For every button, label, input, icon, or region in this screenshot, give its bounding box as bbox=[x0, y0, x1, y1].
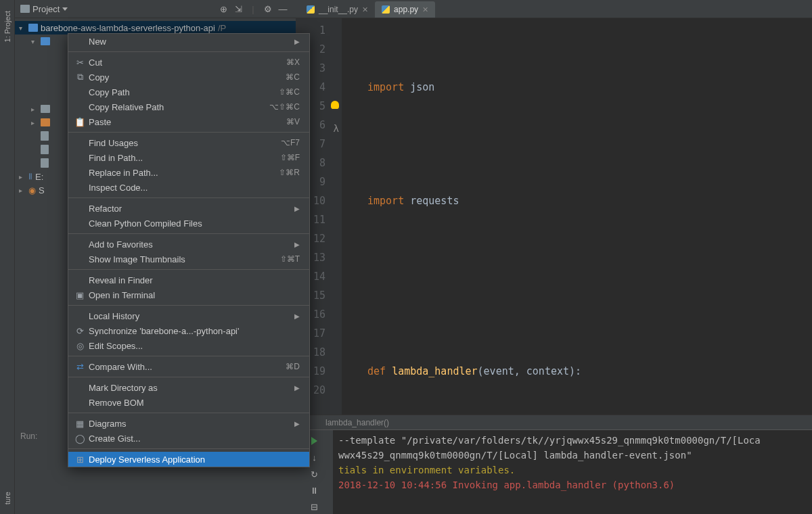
clipboard-icon: 📋 bbox=[74, 117, 86, 127]
menu-new[interactable]: New▶ bbox=[68, 34, 309, 49]
settings-divider: | bbox=[246, 1, 261, 16]
caret-down-icon: ▾ bbox=[19, 24, 26, 32]
run-label: Run: bbox=[20, 431, 37, 441]
scissors-icon: ✂ bbox=[74, 57, 86, 68]
terminal-icon: ▣ bbox=[74, 290, 86, 300]
caret-right-icon: ▸ bbox=[19, 187, 26, 194]
menu-refactor[interactable]: Refactor▶ bbox=[68, 201, 309, 216]
github-icon: ◯ bbox=[74, 434, 86, 444]
menu-synchronize[interactable]: ⟳Synchronize 'barebone-a...-python-api' bbox=[68, 323, 309, 338]
menu-local-history[interactable]: Local History▶ bbox=[68, 308, 309, 323]
run-output[interactable]: --template "/private/var/folders/tk//yrj… bbox=[333, 430, 812, 514]
folder-icon bbox=[20, 5, 30, 13]
menu-clean-python[interactable]: Clean Python Compiled Files bbox=[68, 216, 309, 231]
structure-tool-tab[interactable]: ture bbox=[2, 488, 13, 509]
caret-right-icon: ▸ bbox=[19, 173, 26, 181]
menu-mark-directory[interactable]: Mark Directory as▶ bbox=[68, 380, 309, 395]
tree-label: E: bbox=[35, 172, 43, 182]
menu-open-terminal[interactable]: ▣Open in Terminal bbox=[68, 287, 309, 302]
tab-label: app.py bbox=[394, 5, 418, 14]
menu-copy[interactable]: ⧉Copy⌘C bbox=[68, 70, 309, 85]
project-header: Project ⊕ ⇲ | ⚙ — bbox=[15, 0, 296, 18]
menu-compare-with[interactable]: ⇄Compare With...⌘D bbox=[68, 359, 309, 374]
python-icon bbox=[307, 5, 315, 14]
tab-init[interactable]: __init__.py✕ bbox=[300, 1, 375, 18]
copy-icon: ⧉ bbox=[74, 72, 86, 83]
menu-show-thumbnails[interactable]: Show Image Thumbnails⇧⌘T bbox=[68, 252, 309, 266]
menu-edit-scopes[interactable]: ◎Edit Scopes... bbox=[68, 338, 309, 353]
collapse-icon[interactable]: ⇲ bbox=[231, 1, 246, 16]
pause-button[interactable]: ⏸ bbox=[307, 484, 322, 497]
project-view-selector[interactable]: Project bbox=[20, 4, 68, 14]
menu-inspect-code[interactable]: Inspect Code... bbox=[68, 180, 309, 195]
python-icon bbox=[382, 5, 390, 14]
caret-right-icon: ▸ bbox=[31, 119, 38, 126]
diagram-icon: ▦ bbox=[74, 419, 86, 429]
folder-icon bbox=[41, 37, 50, 45]
menu-diagrams[interactable]: ▦Diagrams▶ bbox=[68, 416, 309, 431]
chevron-down-icon bbox=[62, 7, 68, 11]
project-header-title: Project bbox=[32, 4, 60, 14]
lambda-icon[interactable]: λ bbox=[334, 119, 339, 138]
file-icon bbox=[41, 158, 49, 168]
hide-icon[interactable]: — bbox=[275, 1, 290, 16]
menu-add-favorites[interactable]: Add to Favorites▶ bbox=[68, 237, 309, 252]
menu-find-in-path[interactable]: Find in Path...⇧⌘F bbox=[68, 150, 309, 165]
deploy-icon: ⊞ bbox=[74, 454, 86, 465]
folder-icon bbox=[28, 24, 38, 32]
tree-root[interactable]: ▾ barebone-aws-lambda-serverless-python-… bbox=[15, 21, 296, 34]
menu-create-gist[interactable]: ◯Create Gist... bbox=[68, 431, 309, 446]
menu-copy-path[interactable]: Copy Path⇧⌘C bbox=[68, 85, 309, 99]
editor-tabs: __init__.py✕ app.py✕ bbox=[296, 0, 812, 18]
caret-right-icon: ▸ bbox=[31, 106, 38, 113]
close-icon[interactable]: ✕ bbox=[422, 5, 428, 14]
caret-down-icon: ▾ bbox=[31, 38, 38, 45]
folder-icon bbox=[41, 118, 50, 126]
menu-copy-rel-path[interactable]: Copy Relative Path⌥⇧⌘C bbox=[68, 99, 309, 114]
left-rail: 1: Project ture bbox=[0, 0, 15, 514]
run-panel: ↓ ↻ ⏸ ⊟ --template "/private/var/folders… bbox=[296, 429, 812, 514]
menu-paste[interactable]: 📋Paste⌘V bbox=[68, 114, 309, 129]
menu-deploy-serverless[interactable]: ⊞Deploy Serverless Application bbox=[68, 452, 309, 467]
menu-cut[interactable]: ✂Cut⌘X bbox=[68, 55, 309, 70]
lightbulb-icon[interactable] bbox=[331, 101, 339, 109]
menu-reveal-finder[interactable]: Reveal in Finder bbox=[68, 273, 309, 287]
tree-label: S bbox=[39, 185, 45, 195]
locate-icon[interactable]: ⊕ bbox=[216, 1, 231, 16]
context-menu: New▶ ✂Cut⌘X ⧉Copy⌘C Copy Path⇧⌘C Copy Re… bbox=[68, 33, 310, 467]
breadcrumb[interactable]: lambda_handler() bbox=[296, 415, 812, 429]
project-tool-tab[interactable]: 1: Project bbox=[2, 7, 13, 46]
menu-find-usages[interactable]: Find Usages⌥F7 bbox=[68, 135, 309, 150]
gear-icon[interactable]: ⚙ bbox=[261, 1, 275, 16]
close-icon[interactable]: ✕ bbox=[362, 5, 368, 14]
file-icon bbox=[41, 145, 49, 154]
compare-icon: ⇄ bbox=[74, 362, 86, 372]
tree-root-path: /P bbox=[218, 23, 226, 33]
code-editor[interactable]: 1234 5 6λ 78910 11121314 15161718 1920 i… bbox=[296, 18, 812, 415]
menu-replace-in-path[interactable]: Replace in Path...⇧⌘R bbox=[68, 165, 309, 180]
sync-icon: ⟳ bbox=[74, 326, 86, 336]
tab-label: __init__.py bbox=[319, 5, 358, 14]
menu-remove-bom[interactable]: Remove BOM bbox=[68, 395, 309, 410]
folder-icon bbox=[41, 105, 50, 113]
filter-button[interactable]: ⊟ bbox=[307, 500, 322, 514]
editor-area: __init__.py✕ app.py✕ 1234 5 6λ 78910 111… bbox=[296, 0, 812, 514]
tree-root-label: barebone-aws-lambda-serverless-python-ap… bbox=[41, 23, 215, 33]
file-icon bbox=[41, 131, 49, 141]
code-content[interactable]: import json import requests def lambda_h… bbox=[342, 18, 812, 415]
scope-icon: ◎ bbox=[74, 341, 86, 351]
tab-app[interactable]: app.py✕ bbox=[375, 1, 435, 18]
project-panel: Project ⊕ ⇲ | ⚙ — ▾ barebone-aws-lambda-… bbox=[15, 0, 296, 514]
stop-button[interactable]: ↻ bbox=[307, 467, 322, 481]
